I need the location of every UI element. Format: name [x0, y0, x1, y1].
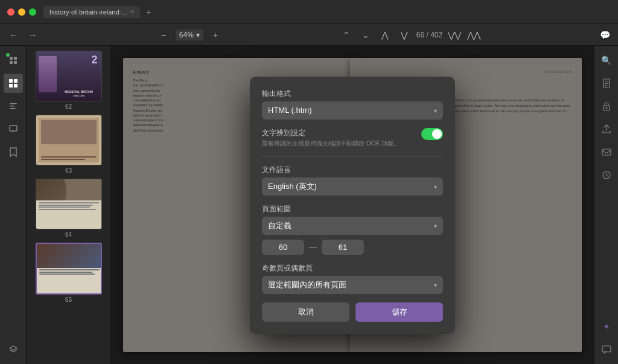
odd-even-section: 奇數頁或偶數頁 選定範圍內的所有頁面 ▾ [262, 263, 443, 294]
format-label: 輸出格式 [262, 89, 443, 99]
right-history-icon[interactable] [597, 165, 616, 185]
page-to-input[interactable] [322, 240, 364, 255]
sidebar-annotation-icon[interactable] [4, 120, 23, 139]
maximize-button[interactable] [29, 8, 36, 16]
svg-rect-9 [10, 106, 14, 107]
svg-rect-7 [14, 84, 18, 88]
thumbnail-63-label: 63 [65, 167, 72, 174]
thumbnail-64[interactable]: 64 [36, 179, 102, 238]
right-comment-icon[interactable] [597, 340, 616, 359]
svg-rect-1 [14, 57, 17, 60]
format-select[interactable]: HTML (.htm) [262, 101, 443, 120]
thumbnail-65-label: 65 [65, 296, 72, 303]
svg-rect-10 [10, 108, 16, 109]
svg-rect-6 [9, 84, 13, 88]
svg-rect-14 [605, 83, 608, 84]
odd-even-select-wrapper: 選定範圍內的所有頁面 ▾ [262, 276, 443, 294]
modal-buttons: 取消 儲存 [262, 302, 443, 322]
export-modal: 輸出格式 HTML (.htm) ▾ 文字辨別設定 當被辨識的文檔是掃描文檔請手… [250, 77, 455, 334]
right-mail-icon[interactable] [597, 142, 616, 162]
sidebar-layers-icon[interactable] [4, 340, 23, 359]
back-button[interactable]: ← [6, 28, 21, 42]
toolbar: ← → − 64% ▾ + ⌃ ⌄ ⋀ ⋁ 66 / 402 ⋁⋁ ⋀⋀ 💬 [0, 24, 618, 46]
page-indicator: 66 / 402 [416, 31, 442, 39]
odd-even-select[interactable]: 選定範圍內的所有頁面 [262, 276, 443, 294]
ocr-toggle-row: 文字辨別設定 當被辨識的文檔是掃描文檔請手動開啟 OCR 功能。 [262, 128, 443, 147]
nav-up-button[interactable]: ⌃ [339, 28, 354, 42]
svg-rect-0 [10, 57, 13, 60]
thumbnail-63[interactable]: 63 [36, 115, 102, 174]
sidebar-outline-icon[interactable] [4, 97, 23, 116]
comment-button[interactable]: 💬 [597, 28, 612, 42]
nav-first-button[interactable]: ⋀ [378, 28, 392, 42]
sidebar-home-icon[interactable] [4, 51, 23, 70]
lang-section: 文件語言 English (英文) ▾ [262, 165, 443, 196]
expand-button[interactable]: ⋁⋁ [447, 28, 462, 42]
svg-rect-13 [605, 81, 608, 82]
page-range-section: 頁面範圍 自定義 ▾ — [262, 204, 443, 255]
thumbnail-62-label: 62 [65, 103, 72, 110]
format-select-wrapper: HTML (.htm) ▾ [262, 101, 443, 120]
right-share-icon[interactable] [597, 120, 616, 139]
thumbnail-panel[interactable]: 2 MEDIEVAL BRITAIN1066-1485 62 63 [27, 46, 111, 364]
cancel-button[interactable]: 取消 [262, 302, 349, 322]
left-sidebar [0, 46, 27, 364]
ocr-toggle-text: 文字辨別設定 當被辨識的文檔是掃描文檔請手動開啟 OCR 功能。 [262, 128, 415, 147]
window-controls [7, 8, 36, 16]
odd-even-label: 奇數頁或偶數頁 [262, 263, 443, 273]
right-doc-icon[interactable] [597, 74, 616, 93]
active-tab[interactable]: history-of-britain-ireland-... × [43, 6, 140, 18]
thumbnail-64-label: 64 [65, 231, 72, 238]
sidebar-bookmark-icon[interactable] [4, 142, 23, 162]
ocr-toggle-title: 文字辨別設定 [262, 128, 415, 138]
svg-rect-8 [10, 103, 17, 104]
minimize-button[interactable] [18, 8, 25, 16]
ocr-toggle-switch[interactable] [421, 128, 443, 140]
page-range-label: 頁面範圍 [262, 204, 443, 214]
save-button[interactable]: 儲存 [355, 302, 443, 322]
lang-select-wrapper: English (英文) ▾ [262, 177, 443, 196]
svg-rect-2 [10, 61, 13, 64]
right-sidebar: 🔍 ✦ [594, 46, 618, 364]
nav-last-button[interactable]: ⋁ [397, 28, 412, 42]
svg-point-17 [605, 107, 607, 109]
zoom-in-button[interactable]: + [208, 28, 223, 42]
svg-rect-11 [10, 126, 17, 131]
zoom-out-button[interactable]: − [156, 28, 171, 42]
content-area: A new b The Normand, by extension, Vruin… [111, 46, 594, 364]
modal-overlay: 輸出格式 HTML (.htm) ▾ 文字辨別設定 當被辨識的文檔是掃描文檔請手… [111, 46, 594, 364]
zoom-level[interactable]: 64% ▾ [176, 30, 203, 40]
lang-label: 文件語言 [262, 165, 443, 175]
svg-rect-3 [14, 61, 17, 64]
thumbnail-62[interactable]: 2 MEDIEVAL BRITAIN1066-1485 62 [36, 51, 102, 110]
zoom-chevron-icon: ▾ [196, 31, 200, 39]
forward-button[interactable]: → [25, 28, 40, 42]
ocr-toggle-desc: 當被辨識的文檔是掃描文檔請手動開啟 OCR 功能。 [262, 139, 415, 147]
page-range-inputs: — [262, 240, 443, 255]
title-bar: history-of-britain-ireland-... × + [0, 0, 618, 24]
tab-area: history-of-britain-ireland-... × + [43, 6, 154, 18]
new-tab-button[interactable]: + [142, 6, 154, 18]
sidebar-thumbnails-icon[interactable] [4, 74, 23, 93]
main-layout: 2 MEDIEVAL BRITAIN1066-1485 62 63 [0, 46, 618, 364]
svg-rect-18 [602, 149, 611, 155]
tab-label: history-of-britain-ireland-... [49, 8, 127, 16]
collapse-button[interactable]: ⋀⋀ [467, 28, 481, 42]
svg-rect-20 [602, 346, 611, 352]
thumbnail-65[interactable]: 65 [36, 243, 102, 303]
nav-down-button[interactable]: ⌄ [358, 28, 373, 42]
lang-select[interactable]: English (英文) [262, 177, 443, 196]
svg-rect-15 [605, 85, 607, 86]
divider-1 [262, 156, 443, 156]
svg-rect-5 [14, 79, 18, 83]
page-range-select[interactable]: 自定義 [262, 217, 443, 235]
close-button[interactable] [7, 8, 14, 16]
svg-rect-4 [9, 79, 13, 83]
right-star-icon[interactable]: ✦ [597, 317, 616, 336]
right-search-icon[interactable]: 🔍 [597, 51, 616, 70]
right-lock-icon[interactable] [597, 97, 616, 116]
page-range-select-wrapper: 自定義 ▾ [262, 217, 443, 235]
page-from-input[interactable] [262, 240, 304, 255]
tab-close-icon[interactable]: × [130, 8, 134, 15]
format-section: 輸出格式 HTML (.htm) ▾ [262, 89, 443, 120]
